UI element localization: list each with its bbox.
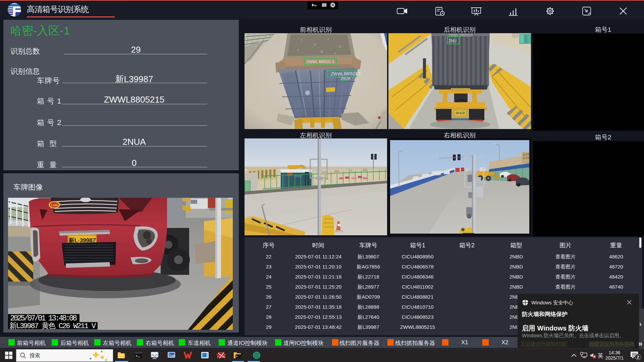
svg-text:2025/07/01 13:48:08: 2025/07/01 13:48:08 [10, 314, 77, 323]
svg-text:ZWWL: ZWWL [331, 72, 343, 76]
svg-text:2NUA: 2NUA [340, 76, 351, 80]
svg-text:880521 5: 880521 5 [344, 71, 361, 76]
svg-text:CHN: CHN [51, 203, 58, 207]
svg-text:2NU: 2NU [448, 39, 457, 43]
svg-text:新L39987 黄色 C26 W211 V: 新L39987 黄色 C26 W211 V [9, 322, 96, 330]
svg-text:2: 2 [637, 355, 639, 360]
svg-text:96428: 96428 [455, 111, 465, 115]
svg-text:ZWWL 880521 5: ZWWL 880521 5 [307, 60, 334, 64]
